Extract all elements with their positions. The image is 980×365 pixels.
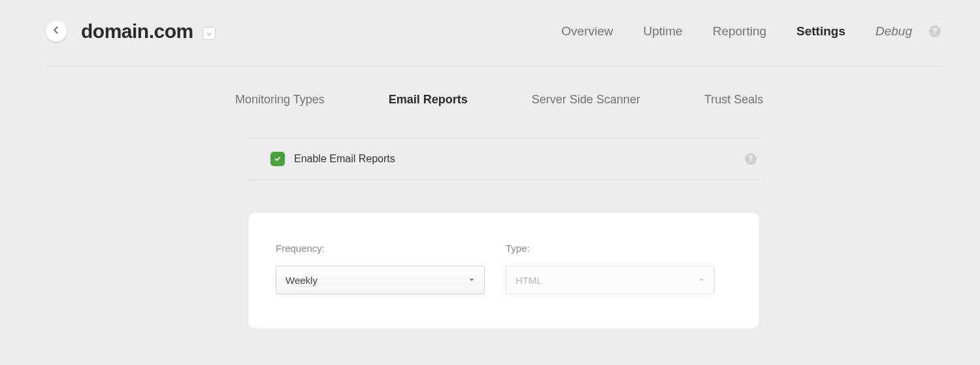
nav-settings[interactable]: Settings	[796, 24, 845, 39]
field-row: Frequency: Weekly Type: HTML	[276, 243, 732, 294]
main-nav: Overview Uptime Reporting Settings Debug…	[561, 24, 941, 39]
enable-row: Enable Email Reports ?	[248, 138, 759, 180]
type-select: HTML	[506, 266, 715, 294]
back-button[interactable]	[46, 21, 67, 42]
page-header: domain.com Overview Uptime Reporting Set…	[46, 13, 941, 49]
nav-uptime[interactable]: Uptime	[643, 24, 682, 39]
nav-debug[interactable]: Debug	[875, 24, 912, 39]
enable-help-icon[interactable]: ?	[745, 153, 757, 165]
nav-overview[interactable]: Overview	[561, 24, 613, 39]
enable-email-reports-checkbox[interactable]	[270, 152, 285, 166]
type-field: Type: HTML	[506, 243, 715, 294]
settings-subnav: Monitoring Types Email Reports Server Si…	[235, 93, 941, 107]
arrow-left-icon	[52, 26, 61, 37]
type-value: HTML	[515, 275, 542, 286]
frequency-field: Frequency: Weekly	[276, 243, 485, 294]
help-icon[interactable]: ?	[929, 26, 941, 37]
nav-reporting[interactable]: Reporting	[713, 24, 766, 39]
frequency-value: Weekly	[286, 275, 318, 286]
checkmark-icon	[274, 153, 282, 165]
header-divider	[46, 66, 941, 67]
subnav-trust-seals[interactable]: Trust Seals	[704, 93, 763, 107]
enable-left: Enable Email Reports	[270, 152, 395, 166]
header-left: domain.com	[46, 20, 216, 43]
subnav-email-reports[interactable]: Email Reports	[389, 93, 468, 107]
frequency-select[interactable]: Weekly	[276, 266, 485, 294]
enable-email-reports-label: Enable Email Reports	[294, 153, 395, 165]
type-label: Type:	[506, 243, 715, 254]
frequency-label: Frequency:	[276, 243, 485, 254]
subnav-monitoring-types[interactable]: Monitoring Types	[235, 93, 325, 107]
email-reports-card: Frequency: Weekly Type: HTML	[248, 213, 759, 328]
caret-down-icon	[698, 274, 705, 286]
chevron-down-icon	[206, 27, 212, 39]
domain-dropdown-toggle[interactable]	[203, 27, 216, 40]
page-title: domain.com	[81, 20, 193, 43]
caret-down-icon	[468, 274, 475, 286]
subnav-server-side-scanner[interactable]: Server Side Scanner	[532, 93, 640, 107]
enable-section: Enable Email Reports ?	[248, 138, 759, 180]
